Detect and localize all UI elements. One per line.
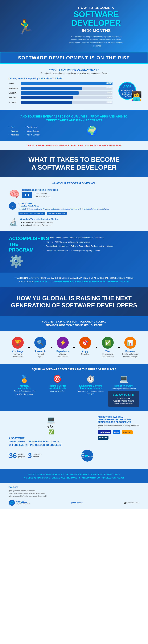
equipping-title-2: Picking tracts forspecific interests: [42, 384, 73, 389]
openlab-list: Project-based Individualized Learning Co…: [20, 221, 59, 227]
openlab-icon: 🔬: [9, 218, 18, 226]
list-item: Connect with Program Facilitators who pr…: [46, 248, 139, 253]
program-item-content-2: CURRICULUMTRACKS AVAILABLE The ability t…: [18, 202, 109, 215]
global-url: global.yu.edu: [71, 502, 82, 504]
cycle-label-evaluate: Evaluate: [125, 350, 135, 353]
cta-text: THINK YOU HAVE WHAT IT TAKES TO BECOME A…: [9, 473, 139, 480]
sources-heading: SOURCES: [9, 486, 139, 488]
camera-icon: 📷: [124, 502, 126, 504]
touches-col1: Auto Finance Medicine: [9, 125, 19, 137]
cycle-challenge: 🏆 Challenge New tasksand subjects: [9, 337, 27, 358]
for-comprehension-label: FOR COMPREHENSION: [110, 402, 137, 405]
accomplishing-left: ACCOMPLISHINGTHE PROGRAM ⚙️: [9, 236, 38, 268]
amazon-logo: amazon: [122, 430, 133, 434]
portfolio-section: YOU CREATE A PROJECT PORTFOLIO AND YU GL…: [0, 316, 148, 331]
equipping-heading: EQUIPPING SOFTWARE DEVELOPERS FOR THE FU…: [9, 368, 139, 371]
accomplishing-section: ACCOMPLISHINGTHE PROGRAM ⚙️ You do not n…: [0, 231, 148, 272]
cycle-experience: ⚡ Experience With newtechnologies: [54, 337, 72, 358]
list-item: Finance: [11, 129, 19, 133]
raising-heading: HOW YU GLOBAL IS RAISING THE NEXTGENERAT…: [9, 294, 139, 309]
equipping-title-3: Equivalent to 2-3 yearsof hands-on exper…: [75, 384, 106, 389]
program-item-content-3: Open Lab Time with Dedicated Mentors Pro…: [20, 218, 59, 227]
arrow-right-icon-5: ▶: [118, 346, 120, 349]
arrow-right-icon: ▶: [28, 346, 30, 349]
cycle-test: ✅ Test Solutions andcomprehension: [99, 337, 117, 358]
cycle-items: 🏆 Challenge New tasksand subjects ▶ 🔍 Re…: [9, 337, 139, 358]
touches-list1: Auto Finance Medicine: [9, 125, 19, 137]
cycle-arrow-2: ▶: [51, 337, 52, 358]
degree-stat-credits: 36 creditprogram: [9, 450, 25, 462]
raising-section: HOW YU GLOBAL IS RAISING THE NEXTGENERAT…: [0, 287, 148, 316]
simulation-icon: 💻: [108, 374, 139, 383]
semesters-number: 3: [28, 452, 32, 460]
touches-col2: Architecture Biomechanics And many more: [25, 125, 41, 137]
mentors-icon: 🏅: [9, 374, 40, 383]
semesters-label: semestersoffered: [33, 453, 41, 458]
experience-equiv-icon: ⏱️: [75, 374, 106, 383]
cycle-arrow: ▶: [28, 337, 30, 358]
program-item-mentorship: 🧠 Research and problem-solving skills 1:…: [9, 189, 139, 199]
what-is-subtitle: The art and science of creating, designi…: [9, 72, 139, 74]
code-icon: </>: [47, 424, 53, 429]
experience-icon: ⚡: [57, 337, 69, 349]
cycle-sub-experience: With newtechnologies: [58, 353, 68, 358]
traditional-text: TRADITIONAL MASTER'S PROGRAMS ARE FOCUSE…: [9, 276, 139, 284]
yu-global-label: YU GLOBAL: [16, 501, 30, 503]
cycle-label-apply: Apply: [82, 350, 88, 353]
person-icon: 👩‍💻: [131, 90, 142, 101]
hero-text: HOW TO BECOME A SOFTWARE DEVELOPER IN 10…: [47, 6, 145, 48]
traditional-highlight: WHICH IS KEY TO GETTING EXPERIENCE AND J…: [34, 280, 130, 283]
simulation-weekend: WEEKEND ASSIGNMENTS: [110, 400, 137, 402]
equipping-sub-2: Learning by doing: [42, 390, 73, 392]
cycle-arrow-5: ▶: [118, 337, 120, 358]
mentorship-desc: mentorship andpeer learning is key: [35, 192, 51, 198]
equipping-desc-3: Students begin as mid-level software dev…: [75, 390, 106, 395]
list-item: Accomplish the degree in an Online or Fa…: [46, 244, 139, 248]
accomplishing-heading: ACCOMPLISHINGTHE PROGRAM: [9, 236, 38, 253]
degree-heading: A SOFTWAREDEVELOPMENT DEGREE FROM YU GLO…: [9, 437, 93, 447]
arrow-right-icon-3: ▶: [73, 346, 75, 349]
program-heading: WHAT OUR PROGRAM GIVES YOU: [9, 182, 139, 185]
bar-chart: TEXAS 324,717 NEW YORK 218,041 VIRGINIA …: [9, 82, 112, 106]
table-row: TEXAS 324,717: [9, 82, 112, 85]
as-little-badge: as little as10months: [81, 450, 93, 462]
challenge-icon: 🏆: [12, 337, 24, 349]
bar-label-va: VIRGINIA: [9, 92, 21, 94]
equipping-sub-1: Open projects in open labs: [9, 390, 40, 392]
hero-section: 🏃‍♂️ HOW TO BECOME A SOFTWARE DEVELOPER …: [0, 0, 148, 52]
program-item-heading-1: Research and problem-solving skills: [22, 189, 58, 191]
cycle-section: 🏆 Challenge New tasksand subjects ▶ 🔍 Re…: [0, 331, 148, 364]
cycle-apply: 🎯 Apply New skills: [76, 337, 94, 358]
cycle-evaluate: 📊 Evaluate Results and preparefor new ch…: [121, 337, 139, 358]
equipping-simulation: 💻 Simulation of work 50-hour-per-week co…: [108, 374, 139, 407]
what-it-takes-heading: WHAT IT TAKES TO BECOMEA SOFTWARE DEVELO…: [9, 156, 139, 172]
what-is-section: WHAT IS SOFTWARE DEVELOPMENT? The art an…: [0, 64, 148, 110]
growth-pct: 20%: [123, 84, 131, 89]
bar-ny: 218,041: [21, 86, 112, 90]
arrow-right-icon-2: ▶: [51, 346, 52, 349]
table-row: NEW YORK 218,041: [9, 86, 112, 90]
bar-texas: 324,717: [21, 82, 112, 85]
research-icon: 🔍: [34, 337, 46, 349]
cycle-sub-apply: New skills: [81, 353, 89, 355]
equipping-title-1: Mentors,not teachers: [9, 384, 40, 389]
touches-content: Auto Finance Medicine Architecture Biome…: [9, 125, 139, 137]
arrow-right-icon-4: ▶: [96, 346, 97, 349]
cycle-sub-test: Solutions andcomprehension: [102, 353, 114, 358]
curriculum-number: 2: [9, 202, 16, 210]
program-item-content-1: Research and problem-solving skills 1:1 …: [22, 189, 58, 198]
equipping-tracts: 🎯 Picking tracts forspecific interests L…: [42, 374, 73, 407]
table-row: FLORIDA 181,316: [9, 101, 112, 104]
touches-header: AND TOUCHES EVERY ASPECT OF OUR LIVES – …: [9, 114, 139, 122]
traditional-section: TRADITIONAL MASTER'S PROGRAMS ARE FOCUSE…: [0, 272, 148, 287]
program-item-heading-3: Open Lab Time with Dedicated Mentors: [20, 218, 59, 220]
what-it-takes-section: WHAT IT TAKES TO BECOMEA SOFTWARE DEVELO…: [0, 150, 148, 178]
equipping-sub-4: 50-hour-per-week commitment: [108, 388, 139, 390]
rise-title: SOFTWARE DEVELOPMENT IS ON THE RISE: [3, 55, 145, 60]
globe-icon: 🌍: [45, 126, 139, 136]
tracks-row: Real time software development Full stac…: [18, 212, 109, 215]
laptop-icon: 💻 </> ✅: [9, 416, 93, 434]
hero-in-time: IN 10 MONTHS: [47, 28, 145, 33]
sources-footer: 🌐 YU GLOBAL Anytime... Anywhere global.y…: [9, 500, 139, 506]
bar-label-il: ILLINOIS: [9, 97, 21, 99]
